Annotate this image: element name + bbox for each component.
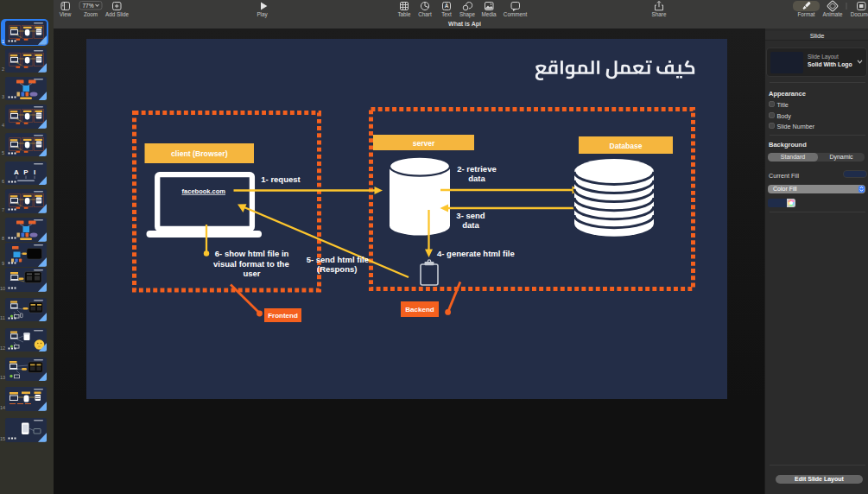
svg-text:user: user <box>243 269 260 278</box>
svg-text:Document: Document <box>851 11 868 17</box>
svg-text:Share: Share <box>652 11 667 17</box>
svg-text:facebook.com: facebook.com <box>182 187 226 195</box>
svg-text:data: data <box>462 220 479 230</box>
svg-text:Comment: Comment <box>504 11 528 17</box>
svg-text:A: A <box>14 168 19 176</box>
svg-text:server: server <box>413 139 435 148</box>
svg-text:P: P <box>23 168 29 176</box>
svg-text:Table: Table <box>397 11 411 17</box>
svg-text:visual format to the: visual format to the <box>213 259 289 269</box>
svg-text:Database: Database <box>610 142 643 150</box>
svg-text:77%: 77% <box>82 3 93 9</box>
svg-text:Chart: Chart <box>418 11 432 17</box>
svg-text:client (Browser): client (Browser) <box>171 149 228 158</box>
svg-text:A: A <box>445 3 449 9</box>
svg-text:6- show html file in: 6- show html file in <box>215 249 289 258</box>
svg-text:Format: Format <box>798 11 815 17</box>
svg-text:Shape: Shape <box>459 11 476 18</box>
svg-text:data: data <box>468 174 485 183</box>
svg-text:Play: Play <box>257 11 268 18</box>
svg-text:Zoom: Zoom <box>84 11 98 17</box>
svg-text:(Respons): (Respons) <box>317 264 357 274</box>
svg-text:View: View <box>60 11 72 17</box>
svg-text:3- send: 3- send <box>456 211 485 220</box>
svg-text:Text: Text <box>441 11 452 17</box>
svg-text:1- request: 1- request <box>261 174 301 184</box>
svg-text:Media: Media <box>481 11 497 17</box>
svg-text:Frontend: Frontend <box>268 312 298 320</box>
svg-text:2- retrieve: 2- retrieve <box>457 164 496 174</box>
svg-text:5- send html file: 5- send html file <box>307 255 369 264</box>
svg-text:Add Slide: Add Slide <box>105 11 129 17</box>
svg-text:I: I <box>34 168 35 176</box>
svg-text:What is Api: What is Api <box>448 21 481 28</box>
svg-text:Backend: Backend <box>405 306 434 314</box>
svg-text:4- generate html file: 4- generate html file <box>437 249 515 258</box>
svg-text:Animate: Animate <box>822 11 843 17</box>
